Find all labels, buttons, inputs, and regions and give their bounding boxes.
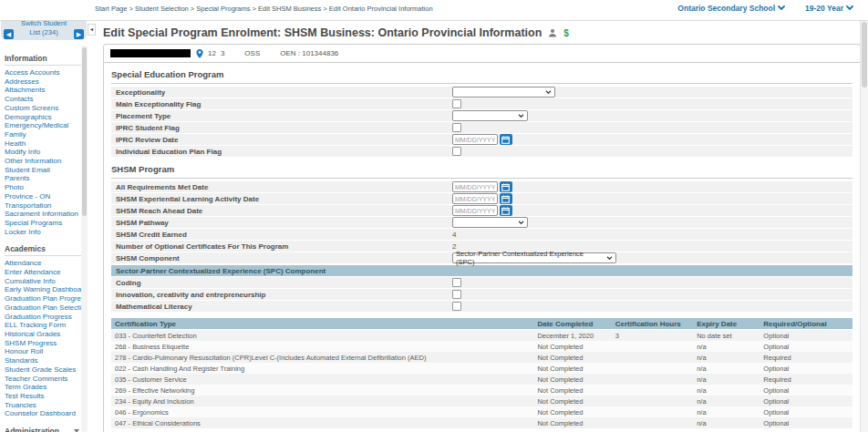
table-cell: n/a (693, 397, 760, 406)
sidebar-item-test-results[interactable]: Test Results (5, 392, 81, 401)
sidebar-item-transportation[interactable]: Transportation (5, 201, 81, 211)
table-row[interactable]: 046 - ErgonomicsNot Completedn/aOptional (111, 406, 852, 417)
sidebar-item-demographics[interactable]: Demographics (5, 113, 81, 122)
mathematical-literacy-checkbox[interactable] (452, 302, 461, 311)
table-row[interactable]: 269 - Effective NetworkingNot Completedn… (111, 385, 852, 396)
next-student-button[interactable]: ▶ (74, 29, 84, 39)
sidebar-item-standards[interactable]: Standards (5, 356, 81, 365)
sidebar-item-cumulative-info[interactable]: Cumulative Info (5, 277, 81, 286)
calendar-button[interactable] (500, 205, 512, 216)
table-row[interactable]: 278 - Cardio-Pulmonary Resuscitation (CP… (111, 352, 852, 363)
sidebar-item-attachments[interactable]: Attachments (5, 86, 81, 95)
sidebar-item-province-on[interactable]: Province - ON (5, 192, 81, 201)
coding-checkbox[interactable] (452, 278, 461, 287)
calendar-icon (501, 136, 510, 144)
sidebar-item-early-warning-dashboard[interactable]: Early Warning Dashboard (5, 285, 81, 294)
year-selector[interactable]: 19-20 Year (805, 4, 853, 13)
sidebar-item-locker-info[interactable]: Locker Info (5, 228, 81, 237)
calendar-button[interactable] (500, 181, 512, 192)
sidebar-item-counselor-dashboard[interactable]: Counselor Dashboard (5, 409, 81, 418)
section-title-shsm-program: SHSM Program (111, 158, 852, 179)
sidebar-item-ell-tracking-form[interactable]: ELL Tracking Form (5, 321, 81, 330)
sidebar-item-student-grade-scales[interactable]: Student Grade Scales (5, 365, 81, 375)
table-row[interactable]: 234 - Equity And InclusionNot Completedn… (111, 396, 852, 406)
form-row: Main Exceptionality Flag (111, 98, 852, 109)
mathematical-literacy-label: Mathematical Literacy (111, 303, 452, 311)
shsm-experiential-learning-activity-date-input[interactable] (452, 193, 498, 204)
page-scrollbar-thumb[interactable] (862, 22, 867, 87)
sidebar-item-addresses[interactable]: Addresses (5, 77, 81, 87)
field-control (452, 87, 852, 98)
person-icon[interactable] (548, 28, 557, 37)
page-scrollbar[interactable] (860, 0, 868, 432)
placement-type-select[interactable] (452, 110, 528, 121)
sidebar-item-modify-info[interactable]: Modify Info (5, 148, 81, 157)
certification-table-body: 033 - Counterfeit DetectionDecember 1, 2… (111, 330, 852, 428)
sidebar-item-special-programs[interactable]: Special Programs (5, 219, 81, 228)
sidebar-item-graduation-plan-selection[interactable]: Graduation Plan Selection (5, 303, 81, 313)
sidebar-item-family[interactable]: Family (5, 130, 81, 139)
sidebar-item-contacts[interactable]: Contacts (5, 95, 81, 104)
main-exceptionality-flag-checkbox[interactable] (452, 99, 461, 108)
sidebar-item-custom-screens[interactable]: Custom Screens (5, 104, 81, 113)
sidebar-item-enter-attendance[interactable]: Enter Attendance (5, 268, 81, 277)
previous-student-button[interactable]: ◀ (4, 29, 14, 39)
table-row[interactable]: 022 - Cash Handling And Register Trainin… (111, 363, 852, 374)
sidebar-item-truancies[interactable]: Truancies (5, 401, 81, 410)
breadcrumb[interactable]: Start Page > Student Selection > Special… (95, 5, 433, 13)
table-header-expiry-date: Expiry Date (693, 320, 760, 328)
all-requirements-met-date-input[interactable] (452, 181, 498, 192)
table-row[interactable]: 033 - Counterfeit DetectionDecember 1, 2… (111, 330, 852, 341)
sidebar-item-honour-roll[interactable]: Honour Roll (5, 347, 81, 356)
sidebar-item-sacrament-information[interactable]: Sacrament Information (5, 210, 81, 219)
sidebar-item-emergency-medical[interactable]: Emergency/Medical (5, 121, 81, 130)
iprc-review-date-label: IPRC Review Date (111, 136, 452, 144)
calendar-button[interactable] (500, 193, 512, 204)
sidebar-list-row: ◀List (234)▶ (1, 28, 87, 39)
sidebar-item-graduation-plan-progress[interactable]: Graduation Plan Progress (5, 294, 81, 303)
sidebar-item-parents[interactable]: Parents (5, 174, 81, 183)
exceptionality-select[interactable] (452, 87, 555, 98)
table-row[interactable]: 047 - Ethical ConsiderationsNot Complete… (111, 417, 852, 428)
individual-education-plan-flag-checkbox[interactable] (452, 147, 461, 156)
sidebar-item-other-information[interactable]: Other Information (5, 157, 81, 166)
dollar-icon[interactable]: $ (563, 28, 569, 38)
table-cell: Not Completed (533, 408, 611, 417)
calendar-button[interactable] (500, 134, 512, 145)
sidebar-item-student-email[interactable]: Student Email (5, 166, 81, 175)
shsm-pathway-label: SHSM Pathway (111, 219, 452, 227)
exceptionality-label: Exceptionality (111, 88, 452, 97)
sidebar-scrollbar[interactable] (81, 46, 88, 432)
sidebar-item-graduation-progress[interactable]: Graduation Progress (5, 313, 81, 322)
sidebar-item-term-grades[interactable]: Term Grades (5, 383, 81, 392)
iprc-student-flag-checkbox[interactable] (452, 123, 461, 132)
sidebar-item-photo[interactable]: Photo (5, 183, 81, 192)
sidebar-scrollbar-thumb[interactable] (82, 47, 87, 216)
map-pin-icon[interactable] (196, 49, 203, 58)
sidebar-item-shsm-progress[interactable]: SHSM Progress (5, 339, 81, 348)
student-grade: 12 (208, 49, 216, 57)
shsm-pathway-select[interactable] (452, 217, 528, 228)
sidebar-item-historical-grades[interactable]: Historical Grades (5, 330, 81, 339)
table-cell: 269 - Effective Networking (111, 386, 533, 395)
page-title: Edit Special Program Enrolment: SHSM Bus… (103, 26, 542, 39)
school-selector[interactable]: Ontario Secondary School (677, 4, 785, 13)
form-row: Mathematical Literacy (111, 301, 852, 312)
sidebar-item-health[interactable]: Health (5, 139, 81, 149)
innovation-creativity-and-entrepreneurship-checkbox[interactable] (452, 290, 461, 299)
field-control (452, 99, 852, 108)
content-card: 12 3 OSS OEN : 101344836 Special Educati… (103, 44, 861, 432)
sidebar-section-academics: Academics (5, 244, 81, 256)
table-row[interactable]: 035 - Customer ServiceNot Completedn/aRe… (111, 374, 852, 385)
shsm-component-select[interactable]: Sector-Partner Contextualized Experience… (452, 252, 616, 263)
table-cell: Optional (760, 419, 852, 427)
iprc-review-date-input[interactable] (452, 134, 498, 145)
form-row: Individual Education Plan Flag (111, 146, 852, 157)
chevron-down-icon (846, 5, 853, 11)
sidebar-item-teacher-comments[interactable]: Teacher Comments (5, 375, 81, 384)
sidebar-item-access-accounts[interactable]: Access Accounts (5, 68, 81, 77)
sidebar-section-label: Information (5, 54, 47, 63)
table-row[interactable]: 268 - Business EtiquetteNot Completedn/a… (111, 341, 852, 352)
sidebar-item-attendance[interactable]: Attendance (5, 259, 81, 268)
shsm-reach-ahead-date-input[interactable] (452, 205, 498, 216)
